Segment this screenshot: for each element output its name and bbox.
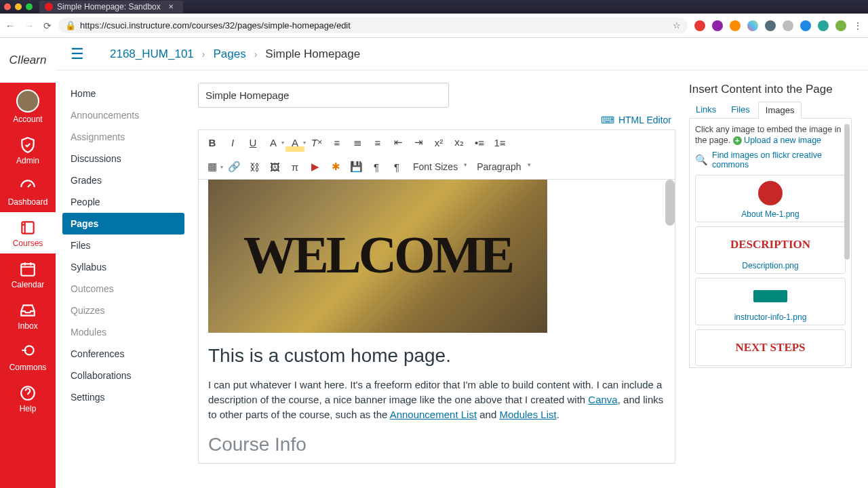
superscript-button[interactable]: x²: [429, 133, 448, 152]
browser-menu-icon[interactable]: ⋮: [853, 20, 863, 31]
course-nav-item[interactable]: Pages: [62, 213, 184, 235]
course-nav-item[interactable]: Files: [62, 235, 184, 256]
forward-button[interactable]: →: [24, 20, 34, 31]
link-button[interactable]: 🔗: [224, 157, 243, 176]
course-nav-item[interactable]: Modules: [62, 321, 184, 343]
banner-image[interactable]: WELCOME: [208, 180, 547, 333]
course-nav-item[interactable]: Grades: [62, 169, 184, 191]
extension-icon[interactable]: [783, 20, 793, 31]
nav-commons[interactable]: Commons: [0, 336, 56, 378]
chevron-down-icon[interactable]: ▾: [281, 140, 284, 146]
course-nav-item[interactable]: Assignments: [62, 126, 184, 148]
course-nav-item[interactable]: Discussions: [62, 148, 184, 169]
course-nav-item[interactable]: Settings: [62, 386, 184, 408]
indent-button[interactable]: ⇥: [409, 133, 428, 152]
address-bar[interactable]: 🔒 https://csuci.instructure.com/courses/…: [58, 18, 688, 33]
extension-icon[interactable]: [800, 20, 811, 31]
course-nav-item[interactable]: Syllabus: [62, 256, 184, 278]
tab-close-icon[interactable]: ×: [169, 2, 174, 12]
course-nav-item[interactable]: People: [62, 191, 184, 213]
course-nav-item[interactable]: Outcomes: [62, 278, 184, 300]
extension-icon[interactable]: [712, 20, 723, 31]
bg-color-button[interactable]: A: [285, 133, 304, 152]
bold-button[interactable]: B: [203, 133, 222, 152]
upload-image-link[interactable]: Upload a new image: [744, 136, 821, 145]
link-modules[interactable]: Modules List: [499, 409, 556, 420]
text-color-button[interactable]: A: [264, 133, 283, 152]
extension-icon[interactable]: [747, 20, 758, 31]
link-canva[interactable]: Canva: [588, 394, 617, 405]
tab-images[interactable]: Images: [758, 102, 802, 119]
rce-editor-body[interactable]: WELCOME This is a custom home page. I ca…: [198, 179, 675, 464]
scrollbar-thumb[interactable]: [665, 180, 675, 226]
nav-inbox[interactable]: Inbox: [0, 295, 56, 336]
number-list-button[interactable]: 1≡: [490, 133, 509, 152]
content-paragraph[interactable]: I can put whatever I want here. It's a f…: [208, 378, 665, 422]
insert-tabs: Links Files Images: [689, 102, 852, 119]
ltr-button[interactable]: ¶: [367, 157, 386, 176]
extension-icon[interactable]: [765, 20, 776, 31]
breadcrumb-course[interactable]: 2168_HUM_101: [110, 47, 194, 61]
browser-tab[interactable]: Simple Homepage: Sandbox ×: [39, 1, 183, 13]
media-button[interactable]: 💾: [347, 157, 366, 176]
rce-toolbar: B I U A▾ A▾ T× ≡ ≣ ≡ ⇤ ⇥ x² x₂ •≡: [198, 129, 675, 179]
nav-admin[interactable]: Admin: [0, 129, 56, 171]
course-nav-item[interactable]: Collaborations: [62, 365, 184, 386]
kaltura-button[interactable]: ✱: [326, 157, 345, 176]
font-size-select[interactable]: Font Sizes: [408, 159, 470, 175]
nav-dashboard[interactable]: Dashboard: [0, 171, 56, 212]
page-title-input[interactable]: [198, 83, 449, 108]
extension-icon[interactable]: [835, 20, 846, 31]
subscript-button[interactable]: x₂: [450, 133, 469, 152]
image-thumbnail[interactable]: About Me-1.png: [695, 175, 846, 222]
align-center-button[interactable]: ≣: [348, 133, 367, 152]
course-nav-item[interactable]: Conferences: [62, 343, 184, 365]
table-button[interactable]: ▦: [203, 157, 222, 176]
link-announcements[interactable]: Announcement List: [390, 409, 477, 420]
bullet-list-button[interactable]: •≡: [470, 133, 489, 152]
content-heading[interactable]: This is a custom home page.: [208, 345, 665, 367]
tab-files[interactable]: Files: [724, 102, 756, 118]
breadcrumb-pages[interactable]: Pages: [213, 47, 245, 61]
back-button[interactable]: ←: [5, 20, 15, 31]
html-editor-toggle[interactable]: ⌨ HTML Editor: [198, 115, 671, 125]
rtl-button[interactable]: ¶: [387, 157, 406, 176]
align-right-button[interactable]: ≡: [368, 133, 387, 152]
unlink-button[interactable]: ⛓: [245, 157, 264, 176]
clear-format-button[interactable]: T×: [307, 133, 326, 152]
course-nav-item[interactable]: Quizzes: [62, 300, 184, 321]
close-window-dot[interactable]: [4, 3, 11, 10]
image-thumbnail[interactable]: instructor-info-1.png: [695, 278, 846, 325]
chevron-down-icon[interactable]: ▾: [220, 164, 223, 170]
extension-icon[interactable]: [730, 20, 741, 31]
content-heading-2[interactable]: Course Info: [208, 434, 665, 455]
nav-courses[interactable]: Courses: [0, 212, 56, 253]
extension-icon[interactable]: [818, 20, 829, 31]
paragraph-select[interactable]: Paragraph: [471, 159, 533, 175]
chevron-down-icon[interactable]: ▾: [303, 140, 306, 146]
image-button[interactable]: 🖼: [265, 157, 284, 176]
image-thumbnail[interactable]: DESCRIPTIONDescription.png: [695, 226, 846, 274]
reload-button[interactable]: ⟳: [43, 20, 52, 31]
star-icon[interactable]: ☆: [673, 20, 681, 30]
course-nav-item[interactable]: Home: [62, 83, 184, 104]
outdent-button[interactable]: ⇤: [389, 133, 408, 152]
extension-icon[interactable]: [694, 20, 705, 31]
flickr-search-link[interactable]: Find images on flickr creative commons: [712, 150, 846, 169]
align-left-button[interactable]: ≡: [328, 133, 347, 152]
image-thumbnail[interactable]: NEXT STEPS: [695, 329, 846, 366]
brand-logo[interactable]: CI learn: [0, 38, 56, 83]
nav-account[interactable]: Account: [0, 83, 56, 129]
minimize-window-dot[interactable]: [15, 3, 22, 10]
equation-button[interactable]: π: [285, 157, 304, 176]
nav-help[interactable]: Help: [0, 378, 56, 419]
youtube-button[interactable]: ▶: [306, 157, 325, 176]
course-nav-item[interactable]: Announcements: [62, 104, 184, 126]
italic-button[interactable]: I: [223, 133, 242, 152]
underline-button[interactable]: U: [243, 133, 262, 152]
maximize-window-dot[interactable]: [26, 3, 33, 10]
hamburger-icon[interactable]: ☰: [71, 45, 84, 63]
scrollbar-thumb[interactable]: [844, 124, 850, 260]
nav-calendar[interactable]: Calendar: [0, 253, 56, 295]
tab-links[interactable]: Links: [689, 102, 723, 118]
